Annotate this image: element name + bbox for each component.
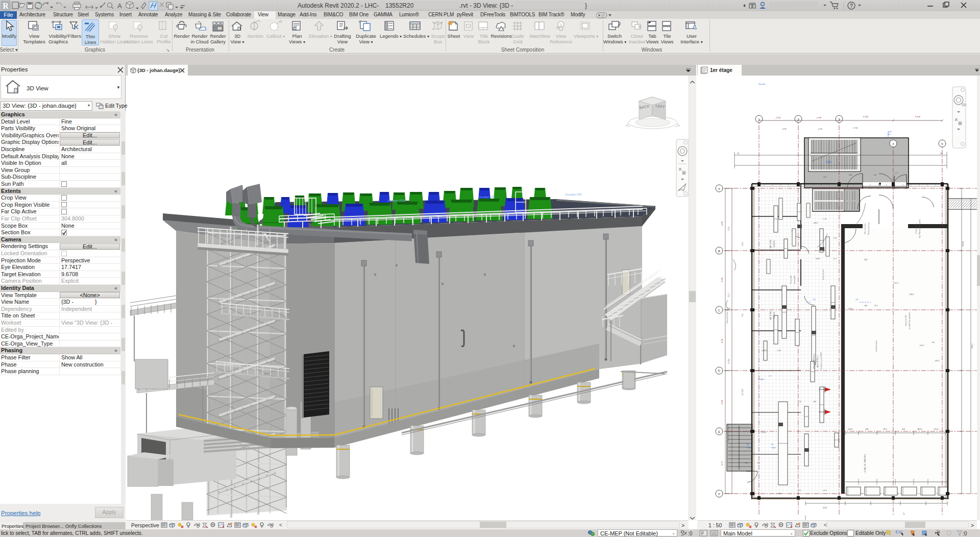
svg-text:±66: ±66 bbox=[864, 305, 867, 307]
svg-text:6.50: 6.50 bbox=[721, 338, 723, 343]
svg-text:L: L bbox=[903, 512, 905, 515]
svg-text:363.5: 363.5 bbox=[917, 428, 922, 430]
svg-text:Conception par CERN: Conception par CERN bbox=[820, 352, 822, 371]
svg-text:R: R bbox=[3, 2, 9, 10]
svg-text:244.4: 244.4 bbox=[910, 294, 914, 296]
svg-text:Abris OPEN et: Abris OPEN et bbox=[817, 355, 819, 367]
svg-text:6.70: 6.70 bbox=[721, 461, 723, 466]
svg-text:LOCAL DE TRAITMES: LOCAL DE TRAITMES bbox=[864, 454, 866, 473]
svg-text:B: B bbox=[718, 250, 720, 253]
svg-text:2.48: 2.48 bbox=[777, 350, 781, 352]
svg-text:+4.98: +4.98 bbox=[781, 128, 786, 130]
svg-text:3.13: 3.13 bbox=[728, 227, 730, 230]
svg-text:Vertel principe: Vertel principe bbox=[875, 340, 877, 352]
svg-text:2x6: 2x6 bbox=[823, 176, 826, 178]
svg-text:191.4: 191.4 bbox=[962, 241, 964, 247]
svg-text:Circulator CP2: Circulator CP2 bbox=[565, 193, 582, 196]
svg-text:174.5: 174.5 bbox=[742, 242, 744, 247]
svg-text:+4.77: +4.77 bbox=[761, 350, 766, 352]
svg-text:BATTERIE: BATTERIE bbox=[770, 239, 772, 249]
svg-text:Sortie de sec: Sortie de sec bbox=[822, 269, 824, 280]
svg-text:±64.4: ±64.4 bbox=[777, 493, 781, 495]
svg-text:2±6: 2±6 bbox=[757, 462, 760, 464]
svg-text:+4.5: +4.5 bbox=[797, 490, 801, 492]
svg-text:Pointe d la tour: Pointe d la tour bbox=[868, 222, 870, 235]
svg-text:7±6: 7±6 bbox=[873, 174, 876, 176]
svg-text:+1.7: +1.7 bbox=[894, 172, 898, 174]
svg-text:Sur Plantes adéquates: Sur Plantes adéquates bbox=[919, 219, 921, 238]
svg-text:C6: C6 bbox=[813, 298, 816, 301]
svg-text:1.10: 1.10 bbox=[823, 218, 827, 220]
svg-text:±4.2: ±4.2 bbox=[823, 490, 827, 492]
svg-text:A: A bbox=[117, 2, 122, 10]
svg-text:6.756: 6.756 bbox=[853, 127, 858, 129]
svg-text:3.135: 3.135 bbox=[728, 359, 730, 364]
svg-text:±66: ±66 bbox=[865, 428, 868, 430]
svg-text:±66: ±66 bbox=[745, 462, 748, 464]
svg-text:±62.5: ±62.5 bbox=[920, 345, 924, 347]
svg-text:6.50: 6.50 bbox=[721, 221, 723, 226]
svg-text:±66: ±66 bbox=[849, 174, 852, 176]
svg-text:Cage: Cage bbox=[746, 446, 751, 449]
svg-text:76.5: 76.5 bbox=[883, 428, 887, 430]
svg-text:±68.2: ±68.2 bbox=[814, 222, 818, 224]
svg-text:212.5: 212.5 bbox=[934, 428, 939, 430]
svg-text:264.5: 264.5 bbox=[935, 360, 940, 362]
svg-text:+1.98: +1.98 bbox=[816, 116, 822, 119]
svg-text:?: ? bbox=[850, 3, 853, 9]
svg-text:2x6.5: 2x6.5 bbox=[848, 308, 853, 310]
svg-text:197.7: 197.7 bbox=[894, 282, 899, 284]
svg-text:Circulator CP9: Circulator CP9 bbox=[478, 196, 495, 199]
svg-text:6.30: 6.30 bbox=[721, 277, 723, 282]
svg-text:ROOMS: ROOMS bbox=[773, 312, 775, 319]
svg-text:C: C bbox=[718, 309, 721, 312]
svg-text:Porte 500: Porte 500 bbox=[790, 276, 792, 284]
svg-text:2x6: 2x6 bbox=[902, 428, 905, 430]
svg-text:Forme caste: Forme caste bbox=[915, 224, 917, 234]
svg-text:6.756: 6.756 bbox=[863, 115, 869, 118]
svg-text:266: 266 bbox=[864, 259, 867, 261]
svg-text:ELCOR: ELCOR bbox=[742, 388, 744, 395]
svg-text:1112: 1112 bbox=[823, 506, 827, 509]
svg-text:6.50: 6.50 bbox=[721, 400, 723, 404]
svg-text:2D: 2D bbox=[962, 103, 966, 107]
svg-text:et utilité tils opération: et utilité tils opération bbox=[909, 312, 911, 329]
svg-text:7.34: 7.34 bbox=[742, 314, 744, 318]
svg-text:E: E bbox=[718, 430, 720, 433]
svg-text::0: :0 bbox=[688, 531, 693, 536]
svg-text:Circulator CP11: Circulator CP11 bbox=[387, 199, 405, 202]
svg-text:1.18: 1.18 bbox=[798, 401, 801, 403]
svg-text:Descente libre 50 s: Descente libre 50 s bbox=[726, 307, 728, 323]
svg-text:ROOMS: ROOMS bbox=[773, 240, 775, 248]
svg-text:D: D bbox=[718, 369, 721, 372]
svg-text:Mur concrete: Mur concrete bbox=[864, 224, 866, 234]
svg-text:+2.08: +2.08 bbox=[817, 128, 822, 130]
svg-text:7±6: 7±6 bbox=[932, 341, 935, 344]
svg-text:Descente RG: Descente RG bbox=[905, 315, 907, 326]
svg-text:5693: 5693 bbox=[816, 258, 820, 260]
svg-text:Section: Section bbox=[758, 83, 765, 85]
svg-text:Verrouillée: Verrouillée bbox=[794, 276, 796, 284]
svg-text:21.7: 21.7 bbox=[728, 293, 730, 297]
svg-text:2x6.5: 2x6.5 bbox=[848, 428, 852, 430]
svg-text:55: 55 bbox=[737, 153, 739, 155]
svg-text:±66: ±66 bbox=[813, 401, 816, 403]
svg-text:C6: C6 bbox=[855, 298, 859, 301]
svg-text:Cages: Cages bbox=[758, 378, 765, 380]
svg-text::0: :0 bbox=[963, 531, 967, 536]
svg-text:±2.1: ±2.1 bbox=[834, 258, 837, 260]
svg-text:+2.56: +2.56 bbox=[775, 116, 781, 119]
svg-text:21±6.5: 21±6.5 bbox=[761, 431, 767, 433]
svg-text:55: 55 bbox=[940, 153, 942, 155]
svg-text:200 s: 200 s bbox=[971, 344, 973, 348]
svg-text:A: A bbox=[718, 187, 720, 190]
svg-text:Debut PLAN/Seuil: Debut PLAN/Seuil bbox=[813, 354, 815, 369]
svg-text:6.256: 6.256 bbox=[915, 115, 921, 118]
svg-text:76.5: 76.5 bbox=[874, 305, 878, 307]
svg-text:C8: C8 bbox=[771, 443, 774, 446]
svg-text:BATTERIE: BATTERIE bbox=[770, 311, 772, 320]
svg-text:C8: C8 bbox=[746, 443, 749, 446]
svg-text:Descente libre libre 50: Descente libre libre 50 bbox=[727, 424, 729, 442]
svg-text:F: F bbox=[718, 493, 720, 496]
svg-text:C7: C7 bbox=[769, 375, 772, 377]
